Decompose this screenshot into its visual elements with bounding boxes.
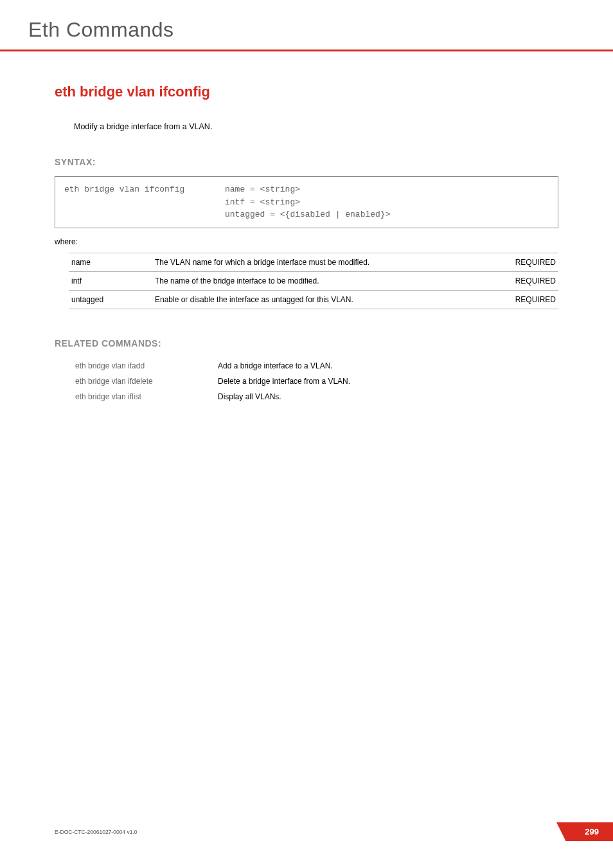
table-row: eth bridge vlan ifdelete Delete a bridge… [75, 374, 350, 388]
related-table: eth bridge vlan ifadd Add a bridge inter… [74, 357, 351, 405]
related-command: eth bridge vlan ifadd [75, 359, 217, 373]
page-heading: Eth Commands [28, 18, 574, 42]
command-title: eth bridge vlan ifconfig [55, 84, 558, 100]
related-description: Add a bridge interface to a VLAN. [218, 359, 350, 373]
related-heading: RELATED COMMANDS: [55, 338, 558, 348]
syntax-command: eth bridge vlan ifconfig [64, 183, 225, 221]
param-name: intf [69, 271, 152, 290]
related-command: eth bridge vlan iflist [75, 390, 217, 404]
table-row: name The VLAN name for which a bridge in… [69, 253, 558, 271]
param-desc: The name of the bridge interface to be m… [152, 271, 501, 290]
param-name: untagged [69, 290, 152, 309]
content-area: eth bridge vlan ifconfig Modify a bridge… [0, 51, 613, 405]
page-header: Eth Commands [0, 0, 613, 51]
param-name: name [69, 253, 152, 271]
page-footer: E-DOC-CTC-20061027-0004 v1.0 299 [0, 822, 613, 841]
related-command: eth bridge vlan ifdelete [75, 374, 217, 388]
document-id: E-DOC-CTC-20061027-0004 v1.0 [55, 829, 138, 835]
param-desc: The VLAN name for which a bridge interfa… [152, 253, 501, 271]
table-row: intf The name of the bridge interface to… [69, 271, 558, 290]
params-table: name The VLAN name for which a bridge in… [69, 253, 558, 309]
related-description: Display all VLANs. [218, 390, 350, 404]
param-req: REQUIRED [501, 290, 558, 309]
param-req: REQUIRED [501, 253, 558, 271]
syntax-box: eth bridge vlan ifconfig name = <string>… [55, 176, 558, 228]
table-row: eth bridge vlan ifadd Add a bridge inter… [75, 359, 350, 373]
syntax-args: name = <string> intf = <string> untagged… [225, 183, 549, 221]
syntax-arg-line: untagged = <{disabled | enabled}> [225, 208, 549, 221]
related-description: Delete a bridge interface from a VLAN. [218, 374, 350, 388]
syntax-arg-line: name = <string> [225, 183, 549, 196]
page-number-badge: 299 [565, 822, 613, 841]
param-desc: Enable or disable the interface as untag… [152, 290, 501, 309]
command-description: Modify a bridge interface from a VLAN. [74, 122, 558, 131]
syntax-arg-line: intf = <string> [225, 196, 549, 209]
where-label: where: [55, 237, 558, 246]
table-row: untagged Enable or disable the interface… [69, 290, 558, 309]
table-row: eth bridge vlan iflist Display all VLANs… [75, 390, 350, 404]
param-req: REQUIRED [501, 271, 558, 290]
syntax-heading: SYNTAX: [55, 157, 558, 167]
